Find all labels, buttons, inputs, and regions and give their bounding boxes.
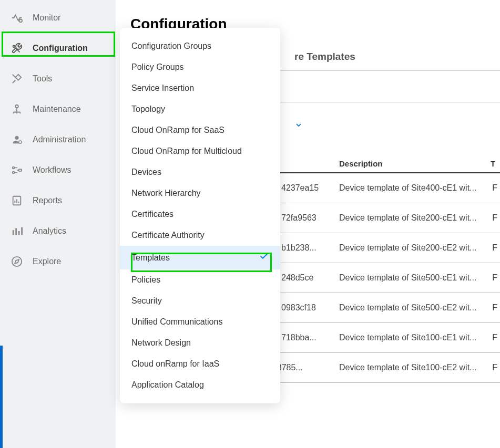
- cell-description: Device template of Site500-cE1 wit...: [339, 273, 491, 283]
- menu-item-cloud-onramp-iaas[interactable]: Cloud onRamp for IaaS: [120, 353, 280, 374]
- sidebar-item-label: Administration: [33, 135, 86, 144]
- svg-point-3: [19, 141, 22, 144]
- cell-type: F: [491, 273, 500, 283]
- report-icon: [11, 194, 23, 207]
- sidebar: Monitor Configuration Tools Maintenance …: [0, 0, 116, 448]
- tools-icon: [11, 72, 23, 85]
- cell-description: Device template of Site500-cE2 wit...: [339, 303, 491, 312]
- svg-rect-6: [19, 169, 22, 171]
- cell-description: Device template of Site100-cE2 wit...: [339, 363, 491, 372]
- monitor-icon: [11, 12, 23, 24]
- sidebar-item-label: Workflows: [33, 165, 72, 175]
- cell-type: F: [491, 183, 500, 193]
- wrench-icon: [11, 42, 23, 55]
- svg-rect-10: [18, 231, 20, 235]
- svg-point-4: [13, 167, 15, 169]
- sidebar-item-label: Explore: [33, 257, 61, 266]
- sidebar-item-administration[interactable]: Administration: [0, 124, 116, 155]
- cell-type: F: [491, 333, 500, 342]
- sidebar-item-monitor[interactable]: Monitor: [0, 3, 116, 33]
- menu-item-network-hierarchy[interactable]: Network Hierarchy: [120, 183, 280, 204]
- sidebar-item-label: Reports: [33, 196, 62, 205]
- svg-point-5: [13, 172, 15, 174]
- cell-type: F: [491, 363, 500, 372]
- sidebar-item-explore[interactable]: Explore: [0, 246, 116, 277]
- menu-item-devices[interactable]: Devices: [120, 162, 280, 183]
- menu-item-network-design[interactable]: Network Design: [120, 332, 280, 353]
- sidebar-item-label: Configuration: [33, 44, 88, 53]
- column-header-type[interactable]: T: [491, 159, 500, 168]
- menu-item-cloud-onramp-saas[interactable]: Cloud OnRamp for SaaS: [120, 120, 280, 141]
- admin-icon: [11, 133, 23, 146]
- svg-point-2: [15, 105, 18, 108]
- column-header-description[interactable]: Description: [339, 159, 491, 168]
- menu-item-application-catalog[interactable]: Application Catalog: [120, 374, 280, 395]
- svg-rect-9: [15, 228, 17, 235]
- sidebar-item-maintenance[interactable]: Maintenance: [0, 94, 116, 124]
- sidebar-item-analytics[interactable]: Analytics: [0, 216, 116, 246]
- chevron-down-icon: [294, 121, 303, 131]
- svg-point-0: [19, 19, 23, 23]
- sidebar-item-configuration[interactable]: Configuration: [0, 33, 116, 64]
- sidebar-item-label: Maintenance: [33, 105, 81, 114]
- svg-rect-8: [13, 230, 14, 235]
- sidebar-item-tools[interactable]: Tools: [0, 64, 116, 94]
- menu-item-templates[interactable]: Templates: [120, 246, 280, 269]
- cell-type: F: [491, 303, 500, 312]
- svg-point-1: [13, 46, 15, 48]
- svg-point-12: [12, 257, 22, 266]
- cell-type: F: [491, 243, 500, 253]
- sidebar-item-reports[interactable]: Reports: [0, 185, 116, 216]
- svg-marker-13: [15, 259, 19, 264]
- menu-item-policies[interactable]: Policies: [120, 269, 280, 290]
- menu-item-cloud-onramp-multicloud[interactable]: Cloud OnRamp for Multicloud: [120, 141, 280, 162]
- tab-feature-templates[interactable]: re Templates: [294, 51, 355, 62]
- sidebar-item-label: Tools: [33, 74, 52, 84]
- menu-item-configuration-groups[interactable]: Configuration Groups: [120, 36, 280, 57]
- analytics-icon: [11, 225, 23, 237]
- cell-description: Device template of Site200-cE2 wit...: [339, 243, 491, 253]
- sidebar-item-label: Analytics: [33, 226, 66, 236]
- cell-description: Device template of Site400-cE1 wit...: [339, 183, 491, 193]
- menu-item-certificates[interactable]: Certificates: [120, 204, 280, 225]
- cell-description: Device template of Site200-cE1 wit...: [339, 213, 491, 223]
- workflow-icon: [11, 164, 23, 176]
- check-icon: [259, 252, 269, 264]
- maintenance-icon: [11, 103, 23, 116]
- menu-item-security[interactable]: Security: [120, 290, 280, 311]
- configuration-submenu: Configuration Groups Policy Groups Servi…: [120, 28, 280, 403]
- cell-description: Device template of Site100-cE1 wit...: [339, 333, 491, 342]
- menu-item-topology[interactable]: Topology: [120, 99, 280, 120]
- sidebar-item-workflows[interactable]: Workflows: [0, 155, 116, 185]
- menu-item-service-insertion[interactable]: Service Insertion: [120, 78, 280, 99]
- compass-icon: [11, 255, 23, 268]
- sidebar-active-indicator: [0, 346, 3, 448]
- sidebar-item-label: Monitor: [33, 13, 60, 23]
- menu-item-policy-groups[interactable]: Policy Groups: [120, 57, 280, 78]
- svg-rect-11: [21, 227, 23, 235]
- menu-item-unified-communications[interactable]: Unified Communications: [120, 311, 280, 332]
- cell-type: F: [491, 213, 500, 223]
- menu-item-certificate-authority[interactable]: Certificate Authority: [120, 225, 280, 246]
